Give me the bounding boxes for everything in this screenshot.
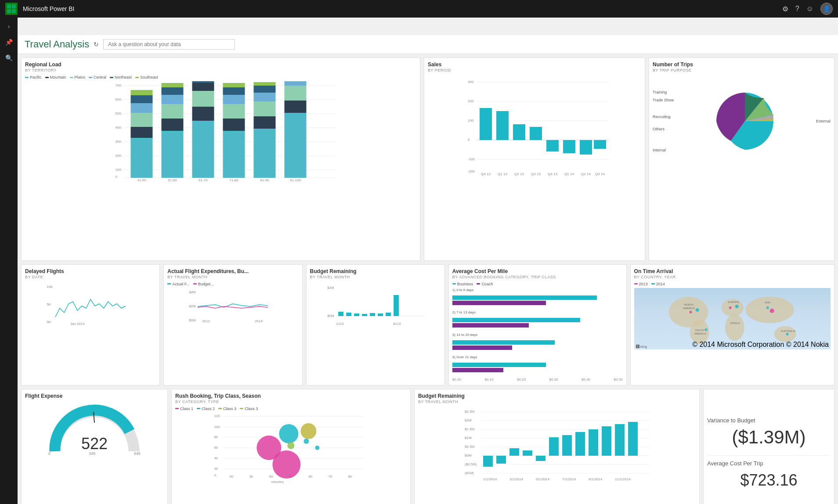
svg-rect-44 <box>223 87 245 95</box>
svg-rect-80 <box>563 140 575 153</box>
card-rush-booking: Rush Booking, Trip Class, Season BY CATE… <box>171 389 411 504</box>
svg-text:41-50: 41-50 <box>137 178 146 182</box>
svg-text:7/1/2014: 7/1/2014 <box>562 477 576 481</box>
svg-text:5K: 5K <box>47 302 51 306</box>
svg-rect-180 <box>536 456 545 461</box>
svg-rect-2 <box>7 9 11 13</box>
svg-point-118 <box>766 306 769 309</box>
svg-rect-74 <box>513 124 525 140</box>
svg-text:500: 500 <box>116 112 122 115</box>
svg-text:$0.5M: $0.5M <box>465 445 475 449</box>
svg-rect-24 <box>131 95 153 103</box>
svg-point-157 <box>303 439 309 444</box>
svg-rect-178 <box>509 448 519 456</box>
svg-text:10K: 10K <box>47 285 53 289</box>
svg-rect-45 <box>223 83 245 87</box>
card-variance: Variance to Budget ($1.39M) Average Cost… <box>703 389 834 504</box>
svg-point-115 <box>695 308 699 312</box>
help-icon[interactable]: ? <box>795 5 799 13</box>
svg-rect-187 <box>628 422 638 456</box>
refresh-icon[interactable]: ↻ <box>94 41 99 48</box>
map-svg: NORTH AMERICA EUROPE ASIA SOUTH AMERICA … <box>634 288 831 349</box>
svg-point-112 <box>745 297 794 323</box>
svg-point-111 <box>725 314 744 341</box>
avgcost-legend: Business Coach <box>452 282 623 286</box>
svg-rect-48 <box>254 116 276 129</box>
qa-input[interactable] <box>103 39 235 50</box>
avgcost-subtitle: BY ADVANCED BOOKING CATEGORY, TRIP CLASS <box>452 275 623 279</box>
page-title: Travel Analysis <box>25 39 89 50</box>
avatar[interactable]: 👤 <box>820 3 833 15</box>
sales-chart: 300 200 100 0 -100 -200 Q4 12 <box>428 75 641 176</box>
avg-cost-value: $723.16 <box>707 471 831 490</box>
svg-text:EUROPE: EUROPE <box>728 301 739 303</box>
gauge-svg: 522 <box>46 403 143 460</box>
svg-rect-52 <box>254 82 276 86</box>
svg-text:AFRICA: AFRICA <box>730 322 740 324</box>
svg-text:200: 200 <box>116 154 122 158</box>
legend-central: Central <box>89 75 106 79</box>
svg-rect-70 <box>480 108 492 140</box>
budgetrem2-subtitle: BY TRAVEL MONTH <box>418 400 696 404</box>
top-bar: Microsoft Power BI ⚙ ? ☺ 👤 <box>0 0 838 18</box>
svg-point-117 <box>735 305 738 308</box>
app-title: Microsoft Power BI <box>23 5 777 12</box>
ontime-legend: 2013 2014 <box>634 282 831 286</box>
svg-rect-84 <box>594 140 606 149</box>
svg-rect-36 <box>192 91 214 107</box>
rush-title: Rush Booking, Trip Class, Season <box>175 393 407 399</box>
svg-text:30: 30 <box>249 475 253 479</box>
user-icon[interactable]: ☺ <box>806 5 813 13</box>
sidebar-collapse-icon[interactable]: › <box>6 21 12 32</box>
svg-rect-34 <box>192 121 214 178</box>
svg-text:300: 300 <box>116 140 122 144</box>
svg-text:$1M: $1M <box>465 436 472 440</box>
legend-2013: 2013 <box>634 282 648 286</box>
svg-rect-105 <box>394 295 399 316</box>
delayed-subtitle: BY DATE <box>25 275 156 279</box>
legend-mountain: Mountain <box>45 75 66 79</box>
svg-rect-98 <box>338 312 343 316</box>
svg-point-114 <box>689 311 692 313</box>
svg-rect-51 <box>254 86 276 93</box>
trips-title: Number of Trips <box>653 61 831 68</box>
legend-class1: Class 1 <box>175 407 193 411</box>
delayed-chart: 10K 5K 0K Jan 2014 <box>25 282 156 326</box>
svg-text:522: 522 <box>81 435 108 453</box>
svg-text:3/1/2014: 3/1/2014 <box>509 477 524 481</box>
sidebar-search-icon[interactable]: 🔍 <box>4 53 14 63</box>
svg-text:($0.5M): ($0.5M) <box>465 462 477 466</box>
svg-rect-30 <box>162 95 184 104</box>
svg-rect-40 <box>223 131 245 178</box>
svg-rect-49 <box>254 101 276 116</box>
legend-actual: Actual F... <box>167 282 190 286</box>
svg-text:$0M: $0M <box>327 314 334 318</box>
sidebar-pin-icon[interactable]: 📌 <box>4 37 14 47</box>
svg-rect-181 <box>549 437 559 456</box>
svg-text:8/1/2: 8/1/2 <box>393 322 401 326</box>
svg-rect-99 <box>346 313 351 316</box>
svg-rect-72 <box>496 111 509 140</box>
svg-rect-29 <box>162 104 184 119</box>
trips-label-tradeshow: Trade Show <box>653 98 674 102</box>
svg-point-153 <box>279 424 298 443</box>
svg-text:-100: -100 <box>468 157 475 161</box>
regional-subtitle: BY TERRITORY <box>25 68 416 72</box>
svg-rect-186 <box>615 424 625 456</box>
svg-point-158 <box>272 450 300 479</box>
svg-text:400: 400 <box>116 126 122 130</box>
svg-text:100: 100 <box>214 425 220 429</box>
svg-text:0K: 0K <box>47 320 51 324</box>
card-ontime: On Time Arrival BY COUNTRY, YEAR 2013 20… <box>630 264 834 385</box>
svg-rect-183 <box>575 432 585 456</box>
legend-class2: Class 2 <box>197 407 215 411</box>
svg-text:61-70: 61-70 <box>199 178 208 182</box>
ontime-title: On Time Arrival <box>634 268 831 274</box>
svg-text:$4M: $4M <box>189 290 196 294</box>
svg-rect-41 <box>223 119 245 131</box>
svg-rect-32 <box>162 83 184 87</box>
svg-rect-182 <box>562 435 572 456</box>
actual-subtitle: BY TRAVEL MONTH <box>167 275 298 279</box>
settings-icon[interactable]: ⚙ <box>782 5 788 13</box>
svg-text:minutes: minutes <box>271 480 283 484</box>
